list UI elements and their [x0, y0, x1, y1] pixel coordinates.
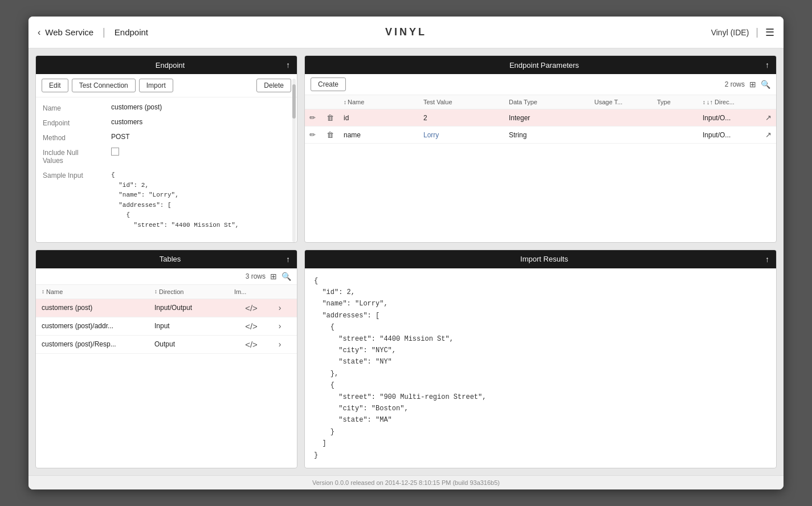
- app-title: VINYL: [385, 26, 427, 38]
- name-field-row: Name customers (post): [43, 103, 290, 112]
- row0-arrow-icon[interactable]: ›: [268, 303, 291, 312]
- nav-webservice-label[interactable]: Web Service: [45, 27, 93, 37]
- table-row-1[interactable]: customers (post)/addr... Input </> ›: [36, 317, 297, 336]
- endpoint-label: Endpoint: [43, 118, 111, 127]
- footer-text: Version 0.0.0 released on 2014-12-25 8:1…: [312, 479, 500, 486]
- delete-name-icon[interactable]: 🗑: [327, 130, 344, 139]
- col-direction-header: ↕ Direction: [154, 288, 234, 295]
- header-usage-col: Usage T...: [594, 99, 657, 105]
- null-label: Include Null Values: [43, 148, 111, 165]
- row0-direction: Input/Output: [154, 304, 234, 312]
- param-name-datatype: String: [509, 131, 594, 139]
- import-panel-header: Import Results ↑: [305, 250, 776, 268]
- endpoint-toolbar: Edit Test Connection Import Delete: [36, 74, 297, 97]
- nav-left: ‹ Web Service | Endpoint: [38, 26, 148, 38]
- include-null-checkbox[interactable]: [111, 148, 119, 156]
- app-window: ‹ Web Service | Endpoint VINYL Vinyl (ID…: [28, 17, 784, 489]
- import-button[interactable]: Import: [139, 79, 173, 92]
- nav-right: Vinyl (IDE) | ☰: [711, 26, 774, 39]
- header-type-col: Type: [657, 99, 703, 105]
- table-row-0[interactable]: customers (post) Input/Output </> ›: [36, 299, 297, 317]
- edit-button[interactable]: Edit: [42, 79, 68, 92]
- scroll-thumb: [292, 84, 296, 119]
- sort-dir-icon: ↕: [154, 288, 157, 295]
- name-value: customers (post): [111, 103, 162, 111]
- sort-dir-icon: ↕: [703, 99, 705, 105]
- endpoint-value: customers: [111, 118, 142, 126]
- param-id-dir: Input/O...: [703, 114, 765, 122]
- method-label: Method: [43, 133, 111, 142]
- param-name-name: name: [344, 131, 423, 139]
- sort-name-icon: ↕: [344, 99, 346, 105]
- endpoint-panel-title: Endpoint: [54, 61, 286, 70]
- tables-rows-count: 3 rows: [246, 272, 266, 280]
- filter-icon[interactable]: ⊞: [749, 80, 756, 89]
- header-testval-col: Test Value: [423, 99, 509, 105]
- header-action-col: [765, 99, 777, 105]
- main-content: Endpoint ↑ Edit Test Connection Import D…: [28, 48, 784, 475]
- menu-icon[interactable]: ☰: [765, 26, 774, 39]
- table-row-2[interactable]: customers (post)/Resp... Output </> ›: [36, 336, 297, 354]
- param-name-link-icon[interactable]: ↗: [765, 130, 777, 139]
- endpoint-panel: Endpoint ↑ Edit Test Connection Import D…: [35, 55, 297, 243]
- endpoint-panel-header: Endpoint ↑: [36, 56, 297, 74]
- method-value: POST: [111, 133, 130, 141]
- null-field-row: Include Null Values: [43, 148, 290, 165]
- delete-button[interactable]: Delete: [256, 79, 291, 92]
- endpoint-field-row: Endpoint customers: [43, 118, 290, 127]
- back-arrow-icon[interactable]: ‹: [38, 27, 40, 38]
- endpoint-upload-icon[interactable]: ↑: [286, 60, 290, 70]
- tables-upload-icon[interactable]: ↑: [286, 255, 290, 264]
- create-button[interactable]: Create: [311, 77, 346, 91]
- search-icon[interactable]: 🔍: [761, 80, 770, 89]
- import-panel-title: Import Results: [323, 255, 765, 263]
- method-field-row: Method POST: [43, 133, 290, 142]
- import-upload-icon[interactable]: ↑: [765, 255, 769, 264]
- test-connection-button[interactable]: Test Connection: [72, 79, 136, 92]
- row2-arrow-icon[interactable]: ›: [268, 340, 291, 349]
- params-row-id[interactable]: ✏ 🗑 id 2 Integer Input/O... ↗: [305, 109, 776, 126]
- row2-direction: Output: [154, 340, 234, 348]
- params-panel: Endpoint Parameters ↑ Create 2 rows ⊞ 🔍 …: [304, 55, 777, 243]
- import-content: { "id": 2, "name": "Lorry", "addresses":…: [305, 268, 776, 468]
- tables-panel-header: Tables ↑: [36, 250, 297, 268]
- sample-value: { "id": 2, "name": "Lorry", "addresses":…: [111, 170, 239, 231]
- tables-header: ↕ Name ↕ Direction Im...: [36, 285, 297, 299]
- tables-toolbar: 3 rows ⊞ 🔍: [36, 268, 297, 285]
- col-name-header: ↕ Name: [42, 288, 154, 295]
- tables-search-icon[interactable]: 🔍: [281, 272, 291, 281]
- header-edit-col: [309, 99, 327, 105]
- param-name-testval: Lorry: [423, 131, 509, 139]
- col-arrow-header: [268, 288, 291, 295]
- row1-code-icon[interactable]: </>: [234, 321, 268, 331]
- tables-panel-title: Tables: [54, 255, 286, 263]
- edit-name-icon[interactable]: ✏: [309, 130, 327, 139]
- params-panel-title: Endpoint Parameters: [323, 61, 765, 70]
- param-id-link-icon[interactable]: ↗: [765, 113, 777, 122]
- params-panel-header: Endpoint Parameters ↑: [305, 56, 776, 74]
- delete-id-icon[interactable]: 🗑: [327, 113, 344, 122]
- endpoint-fields: Name customers (post) Endpoint customers…: [36, 97, 297, 242]
- header-datatype-col: Data Type: [509, 99, 594, 105]
- params-row-name[interactable]: ✏ 🗑 name Lorry String Input/O... ↗: [305, 126, 776, 144]
- row0-code-icon[interactable]: </>: [234, 303, 268, 313]
- row2-name: customers (post)/Resp...: [42, 340, 154, 348]
- param-id-datatype: Integer: [509, 114, 594, 122]
- row0-name: customers (post): [42, 304, 154, 312]
- nav-right-divider: |: [756, 26, 758, 38]
- edit-id-icon[interactable]: ✏: [309, 113, 327, 122]
- header-name-col: ↕ Name: [344, 99, 423, 105]
- scroll-indicator[interactable]: [292, 79, 296, 242]
- param-id-testval: 2: [423, 114, 509, 122]
- sort-name-icon: ↕: [42, 288, 44, 295]
- row1-direction: Input: [154, 322, 234, 330]
- row1-arrow-icon[interactable]: ›: [268, 321, 291, 330]
- header-dir-col: ↕ ↓↑ Direc...: [703, 99, 765, 105]
- ide-label: Vinyl (IDE): [711, 28, 749, 37]
- tables-filter-icon[interactable]: ⊞: [270, 272, 277, 281]
- params-upload-icon[interactable]: ↑: [765, 60, 769, 70]
- params-table-header: ↕ Name Test Value Data Type Usage T... T…: [305, 95, 776, 109]
- import-panel: Import Results ↑ { "id": 2, "name": "Lor…: [304, 250, 777, 468]
- nav-separator: |: [103, 26, 105, 38]
- row2-code-icon[interactable]: </>: [234, 340, 268, 349]
